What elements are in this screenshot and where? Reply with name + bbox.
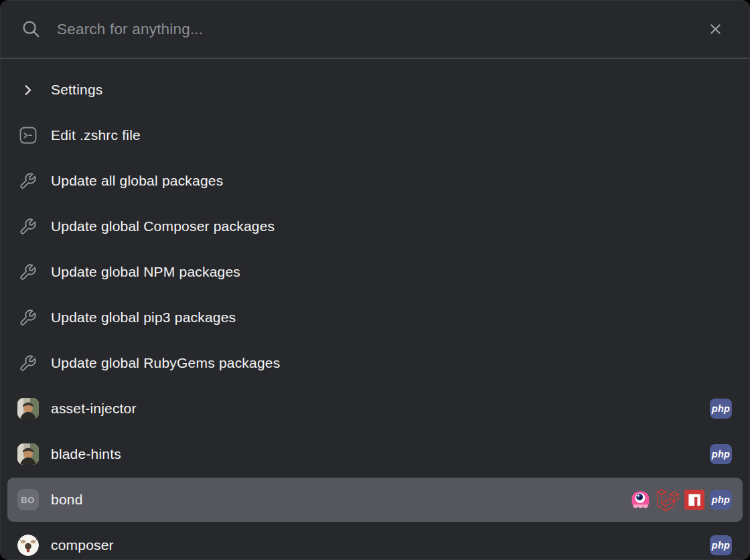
terminal-icon — [17, 127, 39, 144]
initials-text: BO — [21, 495, 35, 505]
php-badge-text: php — [712, 403, 730, 414]
php-badge-text: php — [712, 494, 730, 505]
wrench-icon — [17, 263, 39, 281]
search-bar — [1, 1, 749, 59]
list-item-update-composer[interactable]: Update global Composer packages — [7, 204, 743, 249]
list-item-edit-zshrc[interactable]: Edit .zshrc file — [7, 113, 743, 157]
author-photo-avatar — [17, 443, 39, 465]
item-label: Update all global packages — [51, 173, 223, 189]
item-label: composer — [51, 537, 114, 553]
php-badge-text: php — [712, 540, 730, 551]
php-badge-text: php — [712, 449, 730, 460]
composer-logo-avatar — [17, 535, 39, 556]
item-accessories: php — [710, 444, 732, 464]
screen: Settings Edit .zshrc file — [0, 0, 750, 560]
php-badge: php — [710, 444, 732, 464]
pink-ghost-icon — [629, 489, 652, 511]
php-badge: php — [710, 490, 732, 510]
command-palette-window: Settings Edit .zshrc file — [0, 0, 750, 560]
item-label: Update global RubyGems packages — [51, 355, 280, 371]
laravel-icon — [657, 489, 679, 511]
php-badge: php — [710, 535, 732, 555]
list-item-composer[interactable]: composer php — [7, 523, 743, 560]
php-badge: php — [710, 399, 732, 419]
list-item-blade-hints[interactable]: blade-hints php — [7, 432, 743, 476]
author-photo-avatar — [17, 398, 39, 419]
list-item-bond[interactable]: BO bond — [7, 478, 743, 522]
list-item-update-all[interactable]: Update all global packages — [7, 159, 743, 203]
search-input[interactable] — [56, 20, 704, 39]
search-icon — [21, 19, 42, 40]
item-label: Update global Composer packages — [51, 218, 275, 234]
wrench-icon — [17, 354, 39, 372]
close-button[interactable] — [704, 18, 727, 40]
list-item-update-npm[interactable]: Update global NPM packages — [7, 250, 743, 294]
item-label: bond — [51, 492, 83, 508]
item-label: asset-injector — [51, 401, 137, 417]
wrench-icon — [17, 171, 39, 190]
results-list: Settings Edit .zshrc file — [1, 59, 749, 560]
list-item-asset-injector[interactable]: asset-injector php — [7, 387, 743, 431]
item-label: Update global pip3 packages — [51, 309, 236, 326]
wrench-icon — [17, 217, 39, 236]
item-label: Update global NPM packages — [51, 264, 240, 280]
item-label: Edit .zshrc file — [51, 127, 141, 143]
item-accessories: php — [710, 399, 732, 419]
close-icon — [708, 22, 723, 36]
chevron-right-icon — [17, 83, 39, 97]
item-label: Settings — [51, 82, 102, 98]
list-item-update-pip3[interactable]: Update global pip3 packages — [7, 295, 743, 340]
list-item-settings[interactable]: Settings — [7, 68, 743, 112]
item-accessories: php — [629, 489, 732, 511]
list-item-update-rubygems[interactable]: Update global RubyGems packages — [7, 341, 743, 385]
wrench-icon — [17, 308, 39, 327]
npm-icon — [684, 490, 704, 510]
item-accessories: php — [710, 535, 732, 555]
item-label: blade-hints — [51, 446, 121, 462]
initials-avatar: BO — [17, 489, 39, 510]
